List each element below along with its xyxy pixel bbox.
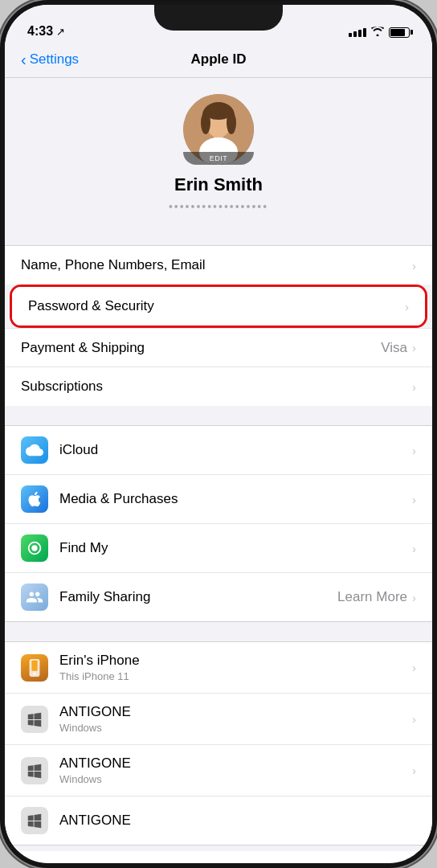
bottom-area [5,845,432,851]
family-sharing-label: Family Sharing [59,589,150,604]
payment-shipping-label: Payment & Shipping [21,340,145,355]
icloud-icon [21,436,48,464]
find-my-label: Find My [59,540,108,555]
payment-group: Payment & Shipping Visa › Subscriptions … [5,328,432,406]
svg-rect-11 [31,660,37,670]
password-security-highlight: Password & Security › [10,285,427,328]
account-settings-group: Name, Phone Numbers, Email › [5,245,432,285]
phone-screen: 4:33 ↗ [5,5,432,863]
group-spacer-3 [5,622,432,635]
battery-icon [389,27,410,38]
password-security-wrapper: Password & Security › [5,285,432,328]
sidebar-item-password-security[interactable]: Password & Security › [12,287,425,326]
chevron-right-icon: › [412,341,416,354]
avatar-container[interactable]: EDIT [183,94,254,165]
antigone-1-label: ANTIGONE [59,704,412,720]
sidebar-item-media-purchases[interactable]: Media & Purchases › [5,475,432,524]
wifi-icon [371,26,384,39]
sidebar-item-antigone-3[interactable]: ANTIGONE [5,796,432,845]
back-button[interactable]: ‹ Settings [21,51,79,69]
chevron-right-icon: › [412,380,416,394]
sidebar-item-name-phone-email[interactable]: Name, Phone Numbers, Email › [5,246,432,285]
sidebar-item-antigone-1[interactable]: ANTIGONE Windows › [5,694,432,745]
sidebar-item-antigone-2[interactable]: ANTIGONE Windows › [5,745,432,796]
chevron-right-icon: › [412,764,416,777]
chevron-right-icon: › [412,259,416,272]
sidebar-item-icloud[interactable]: iCloud › [5,426,432,475]
windows-device-icon-3 [21,807,48,834]
icloud-label: iCloud [59,442,98,457]
services-settings-group: iCloud › Media & Purchases › [5,425,432,622]
group-spacer-1 [5,226,432,239]
payment-shipping-value: Visa [381,340,407,356]
windows-device-icon-1 [21,706,48,733]
windows-device-icon-2 [21,757,48,784]
antigone-1-sublabel: Windows [59,722,412,734]
sidebar-item-payment-shipping[interactable]: Payment & Shipping Visa › [5,329,432,367]
notch [154,5,283,31]
chevron-right-icon: › [405,300,409,313]
devices-settings-group: Erin's iPhone This iPhone 11 › ANTIGONE … [5,641,432,845]
group-spacer-2 [5,406,432,419]
family-icon [21,583,48,611]
status-time: 4:33 [27,24,53,39]
iphone-device-icon [21,654,48,682]
chevron-right-icon: › [412,542,416,555]
chevron-left-icon: ‹ [21,51,27,69]
chevron-right-icon: › [412,591,416,604]
chevron-right-icon: › [412,661,416,674]
sidebar-item-subscriptions[interactable]: Subscriptions › [5,367,432,406]
svg-point-7 [204,104,233,120]
name-phone-email-label: Name, Phone Numbers, Email [21,257,206,272]
svg-point-12 [34,672,36,674]
antigone-3-label: ANTIGONE [59,813,416,829]
back-label[interactable]: Settings [30,51,79,68]
svg-point-8 [31,545,37,551]
family-sharing-value: Learn More [337,589,407,605]
sidebar-item-find-my[interactable]: Find My › [5,524,432,573]
password-security-label: Password & Security [28,298,154,313]
profile-email: •••••••••••••••••• [169,200,268,213]
erins-iphone-label: Erin's iPhone [59,653,412,669]
location-arrow-icon: ↗ [56,26,65,38]
nav-bar: ‹ Settings Apple ID [5,45,432,78]
antigone-2-sublabel: Windows [59,773,412,785]
profile-section: EDIT Erin Smith •••••••••••••••••• [5,78,432,226]
content-area: EDIT Erin Smith •••••••••••••••••• Name,… [5,78,432,851]
sidebar-item-erins-iphone[interactable]: Erin's iPhone This iPhone 11 › [5,642,432,694]
phone-frame: 4:33 ↗ [0,0,437,868]
media-purchases-label: Media & Purchases [59,491,178,506]
erins-iphone-sublabel: This iPhone 11 [59,670,412,682]
subscriptions-label: Subscriptions [21,379,103,394]
status-icons [349,26,410,39]
avatar-edit-label[interactable]: EDIT [183,152,254,165]
findmy-icon [21,534,48,562]
chevron-right-icon: › [412,712,416,726]
chevron-right-icon: › [412,493,416,506]
antigone-2-label: ANTIGONE [59,755,412,772]
appstore-icon [21,485,48,513]
sidebar-item-family-sharing[interactable]: Family Sharing Learn More › [5,573,432,621]
signal-icon [349,28,366,37]
profile-name: Erin Smith [174,174,263,195]
chevron-right-icon: › [412,444,416,457]
page-title: Apple ID [191,51,247,68]
